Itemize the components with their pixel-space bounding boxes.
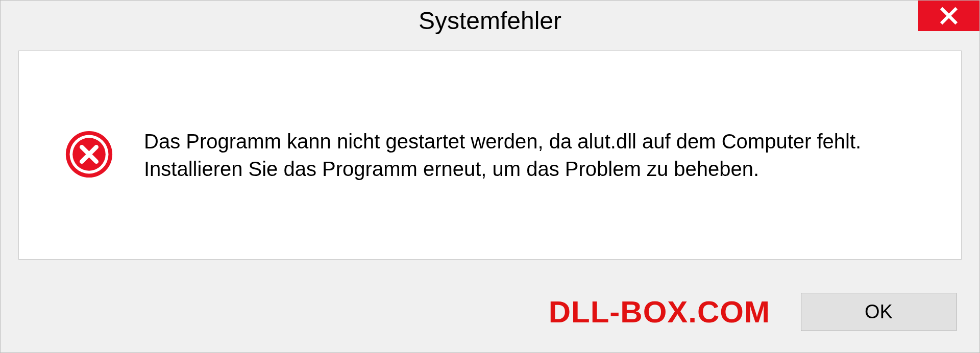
close-button[interactable] — [918, 1, 979, 31]
titlebar: Systemfehler — [1, 1, 979, 40]
error-dialog: Systemfehler Das Programm kann nicht ges… — [0, 0, 980, 353]
dialog-title: Systemfehler — [419, 7, 561, 35]
error-icon — [65, 130, 113, 181]
ok-button[interactable]: OK — [801, 293, 957, 331]
footer: DLL-BOX.COM OK — [1, 271, 979, 352]
watermark-text: DLL-BOX.COM — [549, 294, 770, 330]
error-message: Das Programm kann nicht gestartet werden… — [144, 128, 925, 183]
content-panel: Das Programm kann nicht gestartet werden… — [18, 51, 962, 260]
close-icon — [939, 6, 959, 26]
